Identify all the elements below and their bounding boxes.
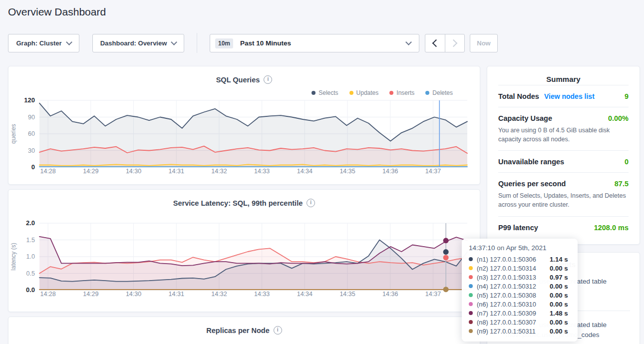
node-address: (n3) 127.0.0.1:50313 (477, 274, 550, 281)
node-latency-value: 0.00 s (550, 265, 568, 272)
tooltip-node-row: (n7) 127.0.0.1:503091.48 s (469, 309, 571, 318)
chevron-down-icon (171, 39, 177, 45)
node-address: (n9) 127.0.0.1:50311 (477, 328, 550, 335)
svg-text:14:32: 14:32 (211, 291, 227, 298)
summary-row-p99-latency: P99 latency 1208.0 ms (498, 216, 629, 238)
service-latency-title-text: Service Latency: SQL, 99th percentile (173, 199, 303, 207)
svg-text:60: 60 (28, 130, 35, 137)
svg-text:90: 90 (28, 114, 35, 121)
sql-queries-chart[interactable]: 030609012014:2814:2914:3014:3114:3214:33… (8, 94, 480, 182)
node-color-dot (469, 311, 473, 315)
dashboard-dropdown[interactable]: Dashboard: Overview (92, 34, 184, 52)
svg-text:14:37: 14:37 (425, 291, 441, 298)
summary-panel: Summary Total Nodes View nodes list 9 Ca… (487, 66, 640, 245)
tooltip-rows: (n1) 127.0.0.1:503061.14 s(n2) 127.0.0.1… (469, 255, 571, 336)
svg-text:1.5: 1.5 (26, 237, 35, 244)
node-color-dot (469, 266, 473, 270)
svg-text:14:35: 14:35 (339, 291, 355, 298)
svg-text:14:36: 14:36 (382, 168, 398, 175)
queries-per-second-value: 87.5 (615, 180, 629, 188)
svg-text:14:30: 14:30 (126, 168, 141, 175)
time-step-buttons (425, 34, 465, 52)
node-color-dot (469, 320, 473, 324)
node-address: (n7) 127.0.0.1:50309 (477, 310, 550, 317)
summary-row-queries-per-second: Queries per second 87.5 Sum of Selects, … (498, 172, 629, 216)
page-title: Overview Dashboard (8, 6, 106, 18)
info-icon[interactable]: i (274, 326, 282, 335)
summary-title: Summary (487, 66, 640, 85)
svg-text:14:36: 14:36 (382, 291, 398, 298)
time-step-forward-button[interactable] (445, 34, 465, 52)
service-latency-card: Service Latency: SQL, 99th percentile i … (8, 189, 480, 312)
svg-text:14:32: 14:32 (211, 168, 227, 175)
node-color-dot (469, 275, 473, 279)
svg-text:latency (s): latency (s) (10, 243, 17, 270)
info-icon[interactable]: i (307, 199, 315, 207)
node-color-dot (469, 257, 473, 261)
replicas-per-node-title: Replicas per Node i (8, 317, 480, 335)
tooltip-node-row: (n8) 127.0.0.1:503070.00 s (469, 318, 571, 327)
dashboard-dropdown-label: Dashboard: Overview (100, 39, 167, 47)
time-range-picker[interactable]: 10m Past 10 Minutes (210, 34, 419, 52)
chevron-right-icon (450, 39, 458, 47)
node-address: (n4) 127.0.0.1:50312 (477, 283, 550, 290)
node-latency-value: 1.48 s (550, 310, 568, 317)
service-latency-chart[interactable]: 0.00.51.01.52.014:2814:2914:3014:3114:32… (8, 216, 480, 305)
svg-text:0.5: 0.5 (26, 270, 35, 277)
time-step-back-button[interactable] (425, 34, 445, 52)
node-latency-value: 0.00 s (550, 301, 568, 308)
summary-row-capacity-usage: Capacity Usage 0.00% You are using 0 B o… (498, 107, 629, 150)
node-latency-value: 0.00 s (550, 319, 568, 326)
summary-row-total-nodes: Total Nodes View nodes list 9 (498, 85, 629, 107)
node-color-dot (469, 329, 473, 333)
svg-text:14:31: 14:31 (169, 291, 184, 298)
unavailable-ranges-value: 0 (625, 158, 629, 166)
view-nodes-list-link[interactable]: View nodes list (544, 92, 595, 100)
svg-text:14:28: 14:28 (40, 291, 55, 298)
node-address: (n2) 127.0.0.1:50314 (477, 265, 550, 272)
tooltip-node-row: (n2) 127.0.0.1:503140.00 s (469, 264, 571, 273)
total-nodes-label: Total Nodes (498, 92, 539, 100)
svg-text:2.0: 2.0 (26, 219, 35, 227)
capacity-usage-label: Capacity Usage (498, 114, 552, 122)
sql-queries-title: SQL Queries i (8, 66, 480, 84)
svg-text:14:29: 14:29 (83, 168, 98, 175)
svg-text:0: 0 (31, 163, 35, 171)
tooltip-node-row: (n1) 127.0.0.1:503061.14 s (469, 255, 571, 264)
svg-text:14:33: 14:33 (254, 168, 270, 175)
info-icon[interactable]: i (264, 75, 272, 84)
svg-text:14:37: 14:37 (425, 168, 441, 175)
node-color-dot (469, 293, 473, 297)
node-address: (n6) 127.0.0.1:50310 (477, 301, 550, 308)
queries-per-second-label: Queries per second (498, 180, 566, 188)
node-latency-value: 1.14 s (550, 256, 568, 263)
svg-text:14:34: 14:34 (297, 291, 313, 298)
node-address: (n5) 127.0.0.1:50308 (477, 292, 550, 299)
total-nodes-value: 9 (625, 92, 629, 100)
chevron-down-icon (405, 39, 412, 45)
capacity-usage-description: You are using 0 B of 4.5 GiB usable disk… (498, 126, 629, 144)
svg-text:30: 30 (28, 147, 35, 154)
replicas-per-node-card: Replicas per Node i (8, 317, 480, 344)
tooltip-node-row: (n5) 127.0.0.1:503080.00 s (469, 291, 571, 300)
svg-text:0.0: 0.0 (26, 286, 35, 294)
overview-dashboard-page: Overview Dashboard Graph: Cluster Dashbo… (0, 0, 644, 344)
node-latency-value: 0.00 s (550, 328, 568, 335)
now-button[interactable]: Now (470, 34, 498, 52)
node-latency-value: 0.00 s (550, 283, 568, 290)
graph-dropdown[interactable]: Graph: Cluster (8, 34, 79, 52)
chevron-left-icon (432, 39, 440, 47)
toolbar-divider (197, 33, 197, 53)
sql-queries-card: SQL Queries i SelectsUpdatesInsertsDelet… (8, 66, 480, 185)
sql-queries-title-text: SQL Queries (216, 76, 260, 84)
unavailable-ranges-label: Unavailable ranges (498, 158, 564, 166)
capacity-usage-value: 0.00% (608, 114, 629, 122)
node-latency-value: 0.97 s (550, 274, 568, 281)
summary-row-unavailable-ranges: Unavailable ranges 0 (498, 150, 629, 172)
graph-dropdown-label: Graph: Cluster (16, 39, 61, 47)
p99-latency-value: 1208.0 ms (594, 224, 629, 232)
node-color-dot (469, 302, 473, 306)
svg-text:14:30: 14:30 (126, 291, 141, 298)
tooltip-node-row: (n6) 127.0.0.1:503100.00 s (469, 300, 571, 309)
svg-text:14:31: 14:31 (169, 168, 184, 175)
